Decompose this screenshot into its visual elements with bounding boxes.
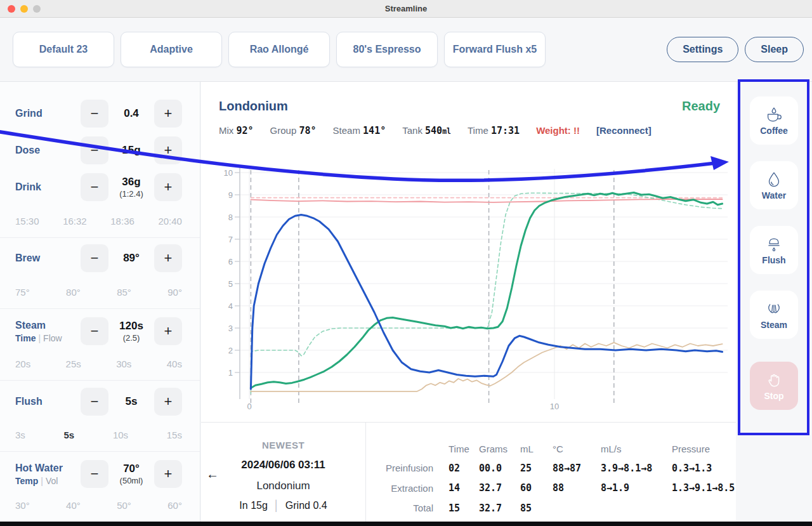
- preset-flush-10s[interactable]: 10s: [113, 430, 128, 440]
- status-group-value: 78°: [299, 125, 316, 136]
- y-tick-label: 10: [224, 168, 233, 178]
- table-row-extraction: Extraction1432.760888→1.91.3→9.1→8.5: [366, 478, 736, 499]
- dose-label-text: Dose: [15, 145, 81, 156]
- status-group: Group 78°: [270, 125, 317, 136]
- preset-grind-18-36[interactable]: 18:36: [110, 216, 134, 227]
- preset-grind-15-30[interactable]: 15:30: [15, 216, 39, 227]
- action-column: CoffeeWaterFlushSteamStop: [736, 82, 812, 522]
- brew-value-main: 89°: [108, 252, 154, 265]
- flush-increment-button[interactable]: +: [154, 388, 182, 416]
- cell-total-grams: 32.7: [479, 503, 520, 514]
- profile-button-forward-flush-x5[interactable]: Forward Flush x5: [444, 32, 546, 67]
- column-header-grams: Grams: [479, 444, 520, 454]
- steam-mode-inactive[interactable]: Flow: [43, 333, 62, 343]
- grind-value-main: 0.4: [108, 107, 154, 120]
- sleep-button[interactable]: Sleep: [745, 37, 804, 62]
- steam-value-sub: (2.5): [108, 333, 154, 343]
- cell-preinfusion-ml-s: 3.9→8.1→8: [601, 463, 672, 474]
- preset-grind-20-40[interactable]: 20:40: [158, 216, 182, 227]
- history-profile: Londonium: [256, 480, 310, 492]
- steam-mode-active[interactable]: Time: [15, 333, 36, 343]
- preset-steam-30s[interactable]: 30s: [116, 358, 131, 369]
- brew-increment-button[interactable]: +: [154, 244, 182, 272]
- preset-grind-16-32[interactable]: 16:32: [63, 216, 87, 227]
- preset-flush-15s[interactable]: 15s: [167, 430, 182, 440]
- status-steam: Steam 141°: [333, 125, 386, 136]
- topbar-right: Settings Sleep: [667, 37, 804, 62]
- steam-mode-toggle[interactable]: Time|Flow: [15, 333, 81, 343]
- x-tick-label: 10: [550, 402, 559, 411]
- steam-increment-button[interactable]: +: [154, 317, 182, 345]
- preset-steam-20s[interactable]: 20s: [15, 358, 30, 369]
- status-time-label: Time: [468, 125, 491, 136]
- preset-hot-water-30[interactable]: 30°: [15, 500, 30, 511]
- profile-button-80-s-espresso[interactable]: 80's Espresso: [336, 32, 438, 67]
- cell-extraction-ml-s: 8→1.9: [601, 482, 672, 494]
- hot-water-decrement-button[interactable]: −: [81, 460, 108, 488]
- sidebar-section-hot-water: Hot WaterTemp|Vol−70°(50ml)+30°40°50°60°: [0, 452, 200, 522]
- preset-hot-water-50[interactable]: 50°: [117, 500, 131, 511]
- action-button-flush[interactable]: Flush: [750, 226, 798, 274]
- reconnect-button[interactable]: [Reconnect]: [596, 125, 652, 136]
- preset-steam-25s[interactable]: 25s: [66, 358, 81, 369]
- preset-flush-3s[interactable]: 3s: [15, 430, 25, 440]
- sidebar: Grind−0.4+Dose−15g+Drink−36g(1:2.4)+15:3…: [0, 82, 200, 522]
- flush-decrement-button[interactable]: −: [81, 388, 108, 416]
- brew-decrement-button[interactable]: −: [81, 244, 108, 272]
- row-label-preinfusion: Preinfusion: [366, 463, 449, 473]
- hot-water-mode-active[interactable]: Temp: [15, 476, 38, 486]
- hot-water-mode-toggle[interactable]: Temp|Vol: [15, 476, 81, 486]
- drink-decrement-button[interactable]: −: [81, 173, 108, 201]
- status-tank-value: 540: [425, 125, 442, 136]
- preset-brew-85[interactable]: 85°: [117, 287, 131, 298]
- brew-label: Brew: [15, 253, 81, 264]
- zoom-window-button[interactable]: [33, 5, 41, 13]
- settings-button[interactable]: Settings: [667, 37, 738, 62]
- profile-button-default-23[interactable]: Default 23: [13, 32, 114, 67]
- status-mix-label: Mix: [219, 125, 237, 136]
- drink-increment-button[interactable]: +: [154, 173, 182, 201]
- preset-brew-80[interactable]: 80°: [66, 287, 81, 298]
- action-button-water[interactable]: Water: [750, 161, 798, 209]
- close-window-button[interactable]: [8, 5, 15, 13]
- column-header-time: Time: [449, 444, 479, 454]
- hot-water-increment-button[interactable]: +: [154, 460, 182, 488]
- grind-value: 0.4: [108, 107, 154, 120]
- dose-decrement-button[interactable]: −: [81, 136, 108, 164]
- sidebar-section-grind: Grind−0.4+Dose−15g+Drink−36g(1:2.4)+15:3…: [0, 82, 200, 238]
- preset-brew-75[interactable]: 75°: [15, 287, 30, 298]
- stop-hand-icon: [764, 371, 784, 390]
- preset-steam-40s[interactable]: 40s: [167, 358, 182, 369]
- control-row-dose: Dose−15g+: [0, 132, 200, 169]
- action-button-steam[interactable]: Steam: [750, 291, 798, 339]
- preset-row-hot-water: 30°40°50°60°: [0, 500, 200, 522]
- drink-value: 36g(1:2.4): [108, 176, 154, 199]
- column-header-ml: mL: [520, 444, 553, 454]
- preset-hot-water-60[interactable]: 60°: [167, 500, 182, 511]
- dose-value: 15g: [108, 144, 154, 157]
- preset-brew-90[interactable]: 90°: [167, 287, 182, 298]
- profile-button-rao-allong[interactable]: Rao Allongé: [228, 32, 330, 67]
- grind-decrement-button[interactable]: −: [81, 100, 108, 128]
- action-button-coffee[interactable]: Coffee: [750, 96, 798, 145]
- y-tick-label: 9: [228, 190, 233, 200]
- grind-increment-button[interactable]: +: [154, 100, 182, 128]
- control-row-grind: Grind−0.4+: [0, 95, 200, 132]
- drink-value-main: 36g: [108, 176, 154, 188]
- preset-hot-water-40[interactable]: 40°: [66, 500, 81, 511]
- preset-flush-5s[interactable]: 5s: [64, 430, 75, 440]
- history-card: ← NEWEST 2024/06/06 03:11 Londonium In 1…: [201, 423, 366, 522]
- row-label-extraction: Extraction: [366, 483, 449, 494]
- status-bar: Mix 92°Group 78°Steam 141°Tank 540mlTime…: [219, 125, 652, 136]
- action-label-coffee: Coffee: [760, 126, 788, 136]
- minimize-window-button[interactable]: [20, 5, 28, 13]
- control-row-drink: Drink−36g(1:2.4)+: [0, 169, 200, 206]
- history-back-button[interactable]: ←: [206, 467, 219, 482]
- action-button-stop[interactable]: Stop: [750, 362, 798, 410]
- dose-increment-button[interactable]: +: [154, 136, 182, 164]
- steam-decrement-button[interactable]: −: [81, 317, 108, 345]
- hot-water-mode-inactive[interactable]: Vol: [46, 476, 58, 486]
- profile-button-adaptive[interactable]: Adaptive: [121, 32, 222, 67]
- hot-water-value: 70°(50ml): [108, 463, 154, 485]
- steam-label: SteamTime|Flow: [15, 320, 81, 343]
